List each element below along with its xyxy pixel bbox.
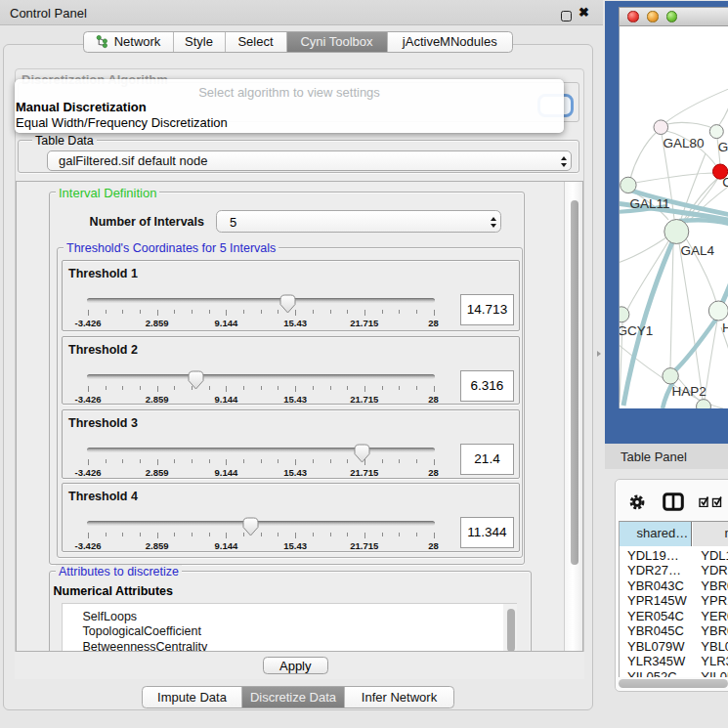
svg-text:C: C — [722, 175, 728, 190]
svg-text:GCY1: GCY1 — [620, 323, 653, 338]
svg-text:HAP2: HAP2 — [671, 384, 706, 399]
svg-text:H: H — [722, 321, 728, 335]
svg-text:GAL4: GAL4 — [680, 243, 714, 258]
svg-text:GAL11: GAL11 — [629, 196, 669, 211]
svg-text:GAL80: GAL80 — [663, 136, 704, 150]
svg-text:GA: GA — [717, 140, 728, 154]
